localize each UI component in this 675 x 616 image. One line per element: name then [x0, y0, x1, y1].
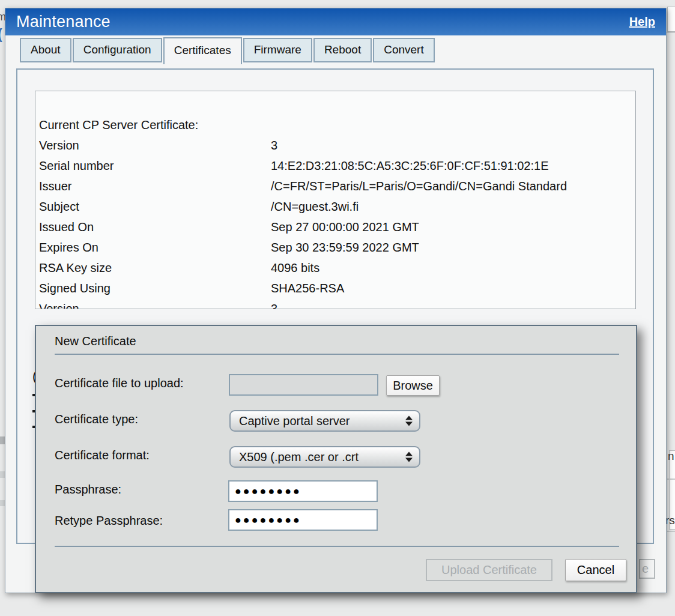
cert-info-value: 3: [271, 135, 277, 156]
cert-info-row: Version3: [35, 298, 635, 309]
certificate-format-select[interactable]: X509 (.pem .cer or .crt: [229, 446, 420, 468]
cert-info-label: RSA Key size: [35, 258, 271, 278]
cert-info-row: [35, 94, 635, 115]
cert-info-row: Signed UsingSHA256-RSA: [35, 278, 635, 298]
bg-clipped-paren: (: [0, 26, 2, 43]
passphrase-masked-value: ●●●●●●●●: [235, 485, 301, 498]
cert-info-label: Subject: [35, 196, 271, 217]
cert-info-value: /C=FR/ST=Paris/L=Paris/O=Gandi/CN=Gandi …: [271, 176, 567, 196]
maintenance-window: Maintenance Help AboutConfigurationCerti…: [5, 8, 667, 593]
hidden-button-fragment: e: [639, 559, 655, 579]
certificate-info-content: Signed UsingSHA256-RSACurrent CP Server …: [35, 91, 635, 309]
cert-info-value: Sep 30 23:59:59 2022 GMT: [271, 237, 419, 258]
certificate-type-label: Certificate type:: [55, 412, 138, 426]
retype-passphrase-masked-value: ●●●●●●●●: [235, 514, 301, 527]
page-title: Maintenance: [16, 13, 110, 31]
cert-info-label: Expires On: [35, 237, 271, 258]
cert-info-value: 14:E2:D3:21:08:5C:A5:3C:25:6F:0F:CF:51:9…: [271, 156, 549, 176]
retype-passphrase-label: Retype Passphrase:: [55, 514, 163, 528]
cert-info-row: Expires OnSep 30 23:59:59 2022 GMT: [35, 237, 635, 258]
cert-info-label: Serial number: [35, 156, 271, 176]
dialog-divider: [55, 546, 619, 547]
cert-info-label: Signed Using: [35, 278, 271, 298]
bg-field-fragment: [667, 7, 675, 32]
upload-certificate-button-label: Upload Certificate: [441, 563, 537, 577]
tab-bar: AboutConfigurationCertificatesFirmwareRe…: [20, 37, 435, 62]
cert-info-row: Issued OnSep 27 00:00:00 2021 GMT: [35, 217, 635, 237]
dialog-title: New Certificate: [55, 334, 136, 348]
hidden-button-fragment-label: e: [642, 562, 649, 576]
cert-info-row: Current CP Server Certificate:: [35, 115, 635, 135]
cert-info-value: 4096 bits: [271, 258, 319, 278]
cert-info-label: Issuer: [35, 176, 271, 196]
cert-info-label: Issued On: [35, 217, 271, 237]
cert-info-row: Issuer/C=FR/ST=Paris/L=Paris/O=Gandi/CN=…: [35, 176, 635, 196]
new-certificate-dialog: New Certificate Certificate file to uplo…: [35, 325, 637, 593]
certificate-file-label: Certificate file to upload:: [55, 376, 184, 390]
cert-info-row: Version3: [35, 135, 635, 156]
cert-info-label: Current CP Server Certificate:: [35, 115, 271, 135]
bg-divider-fragment: [667, 479, 675, 480]
titlebar: Maintenance Help: [5, 8, 666, 35]
certificate-file-input[interactable]: [229, 374, 378, 396]
cert-info-row: Subject/CN=guest.3wi.fi: [35, 196, 635, 217]
tab-reboot[interactable]: Reboot: [313, 38, 372, 62]
bg-divider-fragment: [667, 531, 675, 532]
certificate-format-label: Certificate format:: [55, 448, 150, 462]
browse-button-label: Browse: [393, 379, 433, 393]
upload-certificate-button[interactable]: Upload Certificate: [426, 559, 552, 581]
tab-certificates[interactable]: Certificates: [163, 37, 242, 64]
cert-info-label: [35, 94, 271, 115]
certificate-type-value: Captive portal server: [239, 414, 350, 428]
tab-firmware[interactable]: Firmware: [243, 38, 312, 62]
cert-info-value: /CN=guest.3wi.fi: [271, 196, 359, 217]
passphrase-label: Passphrase:: [55, 483, 121, 497]
cert-info-value: SHA256-RSA: [271, 91, 344, 94]
tab-about[interactable]: About: [20, 38, 71, 62]
tab-configuration[interactable]: Configuration: [73, 38, 162, 62]
certificate-type-select[interactable]: Captive portal server: [229, 410, 420, 432]
bg-clipped-text: rs: [665, 514, 675, 527]
tab-convert[interactable]: Convert: [373, 38, 435, 62]
retype-passphrase-input[interactable]: ●●●●●●●●: [228, 509, 378, 531]
browse-button[interactable]: Browse: [386, 375, 440, 396]
updown-arrows-icon: [405, 452, 413, 462]
cert-info-row: RSA Key size4096 bits: [35, 258, 635, 278]
cancel-button-label: Cancel: [577, 563, 614, 577]
updown-arrows-icon: [405, 416, 413, 426]
passphrase-input[interactable]: ●●●●●●●●: [228, 480, 378, 502]
certificate-format-value: X509 (.pem .cer or .crt: [239, 450, 359, 464]
cert-info-value: SHA256-RSA: [271, 278, 344, 298]
cert-info-row: Serial number14:E2:D3:21:08:5C:A5:3C:25:…: [35, 156, 635, 176]
bg-clipped-text: n: [668, 450, 674, 463]
cert-info-value: 3: [271, 298, 277, 309]
help-link[interactable]: Help: [629, 15, 655, 29]
cert-info-label: Version: [35, 135, 271, 156]
cancel-button[interactable]: Cancel: [565, 559, 626, 581]
certificate-info-box[interactable]: Signed UsingSHA256-RSACurrent CP Server …: [35, 91, 636, 309]
cert-info-value: Sep 27 00:00:00 2021 GMT: [271, 217, 419, 237]
dialog-divider: [55, 354, 619, 355]
cert-info-label: Version: [35, 298, 271, 309]
bg-divider-fragment: [667, 32, 675, 33]
